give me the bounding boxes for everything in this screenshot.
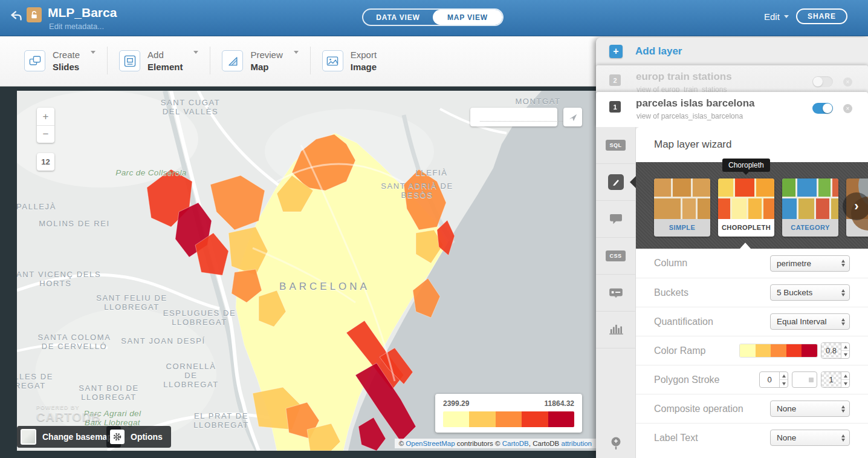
change-basemap-button[interactable]: Change basemap — [17, 426, 121, 448]
toolbar-separator — [107, 47, 108, 74]
chevron-down-icon[interactable] — [91, 54, 96, 65]
create-slides-button[interactable]: CreateSlides — [24, 48, 96, 73]
toolbar-separator — [310, 47, 311, 74]
edit-metadata-link[interactable]: Edit metadata... — [49, 22, 104, 31]
tab-legends[interactable] — [596, 275, 635, 312]
stroke-width-stepper[interactable]: 0 — [759, 371, 788, 388]
page-title: MLP_Barca — [48, 5, 117, 20]
map-canvas[interactable]: SANT CUGATDEL VALLÈS MONTGAT Parc de Col… — [17, 91, 596, 451]
label-text-select[interactable]: None — [770, 430, 850, 446]
wizard-card-label: SIMPLE — [654, 219, 710, 237]
remove-layer-icon[interactable]: × — [843, 77, 852, 87]
add-element-button[interactable]: AddElement — [119, 48, 198, 73]
column-select[interactable]: perimetre — [770, 255, 850, 272]
legend-min-value: 2399.29 — [443, 399, 469, 408]
osm-link[interactable]: OpenStreetMap — [406, 440, 455, 447]
form-row-polygon-stroke: Polygon Stroke 0 1 — [636, 365, 868, 394]
share-button[interactable]: SHARE — [796, 8, 847, 24]
wizard-card-category[interactable]: CATEGORY — [782, 178, 838, 237]
wizard-panel: Map layer wizard Choropleth — [636, 127, 868, 458]
carousel-next-button[interactable]: › — [843, 192, 868, 220]
add-layer-button[interactable]: + Add layer — [596, 38, 868, 65]
remove-layer-icon[interactable]: × — [843, 104, 852, 113]
app-header: MLP_Barca Edit metadata... DATA VIEW MAP… — [0, 0, 868, 36]
privacy-lock-icon[interactable] — [27, 7, 42, 22]
layer-name[interactable]: parcelas islas barcelona — [636, 97, 755, 110]
preview-map-line2: Map — [250, 62, 268, 72]
buckets-label: Buckets — [654, 287, 688, 298]
stepper-up-icon[interactable] — [841, 343, 849, 351]
color-ramp-picker[interactable] — [740, 344, 817, 357]
edit-dropdown[interactable]: Edit — [764, 11, 789, 22]
zoom-control: + − — [37, 108, 54, 143]
map-label: CORNELLÀDELLOBREGAT — [163, 362, 218, 389]
chevron-down-icon[interactable] — [294, 54, 299, 65]
search-input[interactable] — [480, 113, 574, 122]
tab-filters[interactable] — [596, 312, 635, 348]
plus-icon: + — [609, 45, 623, 58]
toolbar-separator — [210, 47, 210, 74]
label-text-label: Label Text — [654, 433, 698, 443]
zoom-out-button[interactable]: − — [37, 125, 54, 143]
wizard-card-label: CATEGORY — [782, 219, 838, 237]
add-feature-button[interactable] — [596, 436, 636, 451]
options-button[interactable]: Options — [106, 426, 171, 448]
stepper-down-icon[interactable] — [780, 380, 788, 387]
paper-plane-icon — [568, 113, 578, 122]
cartodb-watermark: POWERED BY CARTODB — [36, 404, 101, 424]
map-label: SANT VICENÇ DELSHORTS — [17, 270, 101, 288]
quantification-select[interactable]: Equal Interval — [770, 313, 850, 330]
stroke-opacity-stepper[interactable]: 1 — [821, 371, 850, 388]
stroke-color-picker[interactable] — [792, 371, 817, 388]
zoom-in-button[interactable]: + — [37, 108, 54, 125]
tab-css[interactable]: CSS — [596, 238, 635, 275]
edit-dropdown-label: Edit — [764, 11, 780, 22]
map-label: Parc de Collserola — [115, 168, 187, 177]
cartodb-link[interactable]: CartoDB — [502, 440, 529, 447]
layer-number-badge: 2 — [609, 74, 621, 86]
back-button[interactable] — [8, 8, 24, 24]
layer-visibility-toggle[interactable] — [812, 76, 833, 87]
composite-operation-select[interactable]: None — [770, 401, 850, 417]
legend-max-value: 11864.32 — [545, 399, 574, 408]
layers-panel: + Add layer 2 europ train stations view … — [596, 38, 868, 458]
layer-card-parcelas-islas-barcelona[interactable]: 1 parcelas islas barcelona view of parce… — [596, 92, 868, 127]
export-image-line1: Export — [351, 50, 377, 60]
composite-operation-label: Composite operation — [654, 404, 743, 414]
polygon-stroke-label: Polygon Stroke — [654, 375, 720, 385]
map-label: SANT JOAN DESPÍ — [121, 336, 205, 345]
buckets-select[interactable]: 5 Buckets — [770, 284, 850, 301]
stepper-up-icon[interactable] — [780, 372, 788, 380]
tab-sql[interactable]: SQL — [596, 127, 635, 164]
wizard-card-label: CHOROPLETH — [718, 219, 774, 237]
locate-button[interactable] — [563, 108, 582, 126]
chevron-down-icon[interactable] — [193, 54, 198, 65]
map-label-barcelona: BARCELONA — [279, 282, 370, 291]
tab-map-view[interactable]: MAP VIEW — [433, 10, 502, 25]
tab-infowindow[interactable] — [596, 201, 635, 238]
export-image-button[interactable]: ExportImage — [322, 48, 377, 73]
create-slides-line2: Slides — [53, 62, 79, 72]
speech-bubble-icon — [609, 214, 623, 225]
stepper-down-icon[interactable] — [841, 380, 849, 387]
zoom-level-indicator: 12 — [37, 153, 54, 171]
map-label: MOLINS DE REI — [39, 219, 110, 228]
stepper-down-icon[interactable] — [841, 351, 849, 358]
wizard-card-choropleth[interactable]: CHOROPLETH — [718, 178, 774, 237]
map-label: MONTGAT — [515, 97, 560, 106]
column-label: Column — [654, 258, 687, 269]
color-ramp-label: Color Ramp — [654, 345, 705, 356]
tab-data-view[interactable]: DATA VIEW — [363, 10, 433, 25]
layer-visibility-toggle[interactable] — [812, 103, 833, 114]
attribution-link[interactable]: attribution — [561, 440, 592, 447]
form-row-composite-operation: Composite operation None — [636, 394, 868, 423]
chevron-down-icon — [784, 15, 789, 18]
wizard-card-simple[interactable]: SIMPLE — [654, 178, 710, 237]
preview-map-button[interactable]: PreviewMap — [222, 48, 298, 73]
layer-name[interactable]: europ train stations — [636, 71, 732, 83]
fill-opacity-stepper[interactable]: 0.8 — [821, 342, 850, 359]
form-row-color-ramp: Color Ramp 0.8 — [636, 336, 868, 365]
paintbrush-icon — [608, 174, 624, 190]
stepper-up-icon[interactable] — [841, 372, 849, 380]
carousel-notch — [740, 243, 751, 249]
